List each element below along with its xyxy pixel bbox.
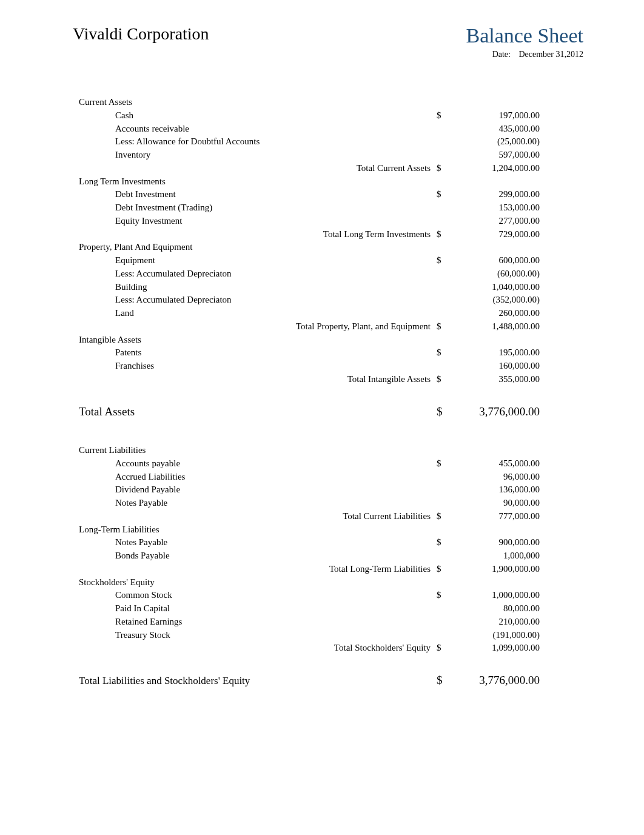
line-item-value: 136,000.00 <box>455 483 540 497</box>
line-item-value: 260,000.00 <box>455 307 540 320</box>
line-item-value: 597,000.00 <box>455 149 540 162</box>
line-item-label: Equity Investment <box>79 215 437 228</box>
currency-symbol: $ <box>437 373 455 386</box>
total-assets-label: Total Assets <box>79 403 437 420</box>
line-item-value: 96,000.00 <box>455 471 540 484</box>
subtotal-label: Total Intangible Assets <box>79 373 437 386</box>
section-heading: Property, Plant And Equipment <box>79 241 437 254</box>
line-item-value: 1,040,000.00 <box>455 281 540 294</box>
line-item-value: 1,000,000.00 <box>455 589 540 602</box>
line-item-label: Dividend Payable <box>79 483 437 497</box>
currency-symbol: $ <box>437 563 455 576</box>
line-item-value: 900,000.00 <box>455 536 540 549</box>
subtotal-label: Total Long-Term Liabilities <box>79 563 437 576</box>
section-heading: Current Assets <box>79 96 437 109</box>
subtotal-label: Total Property, Plant, and Equipment <box>79 320 437 334</box>
currency-symbol: $ <box>437 672 455 689</box>
subtotal-label: Total Current Assets <box>79 162 437 175</box>
line-item-label: Inventory <box>79 149 437 162</box>
line-item-label: Bonds Payable <box>79 549 437 563</box>
line-item-value: 197,000.00 <box>455 109 540 122</box>
company-name: Vivaldi Corporation <box>73 24 209 44</box>
line-item-label: Debt Investment (Trading) <box>79 201 437 215</box>
line-item-value: 90,000.00 <box>455 497 540 510</box>
subtotal-value: 1,488,000.00 <box>455 320 540 334</box>
line-item-label: Accrued Liabilities <box>79 471 437 484</box>
currency-symbol: $ <box>437 188 455 201</box>
currency-symbol: $ <box>437 403 455 420</box>
line-item-value: 435,000.00 <box>455 122 540 136</box>
line-item-label: Retained Earnings <box>79 615 437 629</box>
line-item-value: 195,000.00 <box>455 346 540 360</box>
currency-symbol: $ <box>437 589 455 602</box>
line-item-label: Less: Allowance for Doubtful Accounts <box>79 135 437 149</box>
currency-symbol: $ <box>437 320 455 334</box>
section-heading: Stockholders' Equity <box>79 576 437 589</box>
subtotal-value: 1,204,000.00 <box>455 162 540 175</box>
line-item-value: 80,000.00 <box>455 602 540 615</box>
line-item-label: Paid In Capital <box>79 602 437 615</box>
currency-symbol: $ <box>437 228 455 241</box>
line-item-value: (191,000.00) <box>455 629 540 642</box>
currency-symbol: $ <box>437 254 455 267</box>
line-item-value: 1,000,000 <box>455 549 540 563</box>
total-liabilities-equity-value: 3,776,000.00 <box>455 672 540 689</box>
currency-symbol: $ <box>437 536 455 549</box>
subtotal-label: Total Stockholders' Equity <box>79 642 437 655</box>
line-item-label: Land <box>79 307 437 320</box>
line-item-label: Accounts payable <box>79 457 437 471</box>
subtotal-value: 1,099,000.00 <box>455 642 540 655</box>
currency-symbol: $ <box>437 162 455 175</box>
section-heading: Long-Term Liabilities <box>79 523 437 537</box>
line-item-label: Less: Accumulated Depreciaton <box>79 267 437 281</box>
line-item-label: Notes Payable <box>79 536 437 549</box>
line-item-label: Treasury Stock <box>79 629 437 642</box>
line-item-value: (352,000.00) <box>455 293 540 307</box>
line-item-label: Accounts receivable <box>79 122 437 136</box>
line-item-label: Patents <box>79 346 437 360</box>
line-item-label: Less: Accumulated Depreciaton <box>79 293 437 307</box>
line-item-value: 153,000.00 <box>455 201 540 215</box>
line-item-value: 160,000.00 <box>455 360 540 373</box>
line-item-value: (60,000.00) <box>455 267 540 281</box>
line-item-label: Franchises <box>79 360 437 373</box>
subtotal-value: 355,000.00 <box>455 373 540 386</box>
date-label: Date: <box>492 50 511 59</box>
line-item-value: 455,000.00 <box>455 457 540 471</box>
currency-symbol: $ <box>437 510 455 523</box>
subtotal-value: 777,000.00 <box>455 510 540 523</box>
line-item-label: Cash <box>79 109 437 122</box>
section-heading: Current Liabilities <box>79 444 437 457</box>
section-heading: Long Term Investments <box>79 175 437 189</box>
subtotal-value: 1,900,000.00 <box>455 563 540 576</box>
line-item-label: Building <box>79 281 437 294</box>
date-value: December 31,2012 <box>518 50 583 59</box>
line-item-label: Common Stock <box>79 589 437 602</box>
line-item-value: (25,000.00) <box>455 135 540 149</box>
line-item-value: 299,000.00 <box>455 188 540 201</box>
currency-symbol: $ <box>437 346 455 360</box>
currency-symbol: $ <box>437 642 455 655</box>
line-item-label: Equipment <box>79 254 437 267</box>
subtotal-label: Total Current Liabilities <box>79 510 437 523</box>
balance-sheet-body: Current Assets Cash$197,000.00 Accounts … <box>79 96 540 689</box>
line-item-label: Notes Payable <box>79 497 437 510</box>
document-title: Balance Sheet <box>466 24 583 47</box>
line-item-value: 600,000.00 <box>455 254 540 267</box>
total-assets-value: 3,776,000.00 <box>455 403 540 420</box>
line-item-value: 277,000.00 <box>455 215 540 228</box>
line-item-value: 210,000.00 <box>455 615 540 629</box>
currency-symbol: $ <box>437 457 455 471</box>
subtotal-value: 729,000.00 <box>455 228 540 241</box>
currency-symbol: $ <box>437 109 455 122</box>
subtotal-label: Total Long Term Investments <box>79 228 437 241</box>
total-liabilities-equity-label: Total Liabilities and Stockholders' Equi… <box>79 674 437 689</box>
line-item-label: Debt Investment <box>79 188 437 201</box>
section-heading: Intangible Assets <box>79 334 437 347</box>
